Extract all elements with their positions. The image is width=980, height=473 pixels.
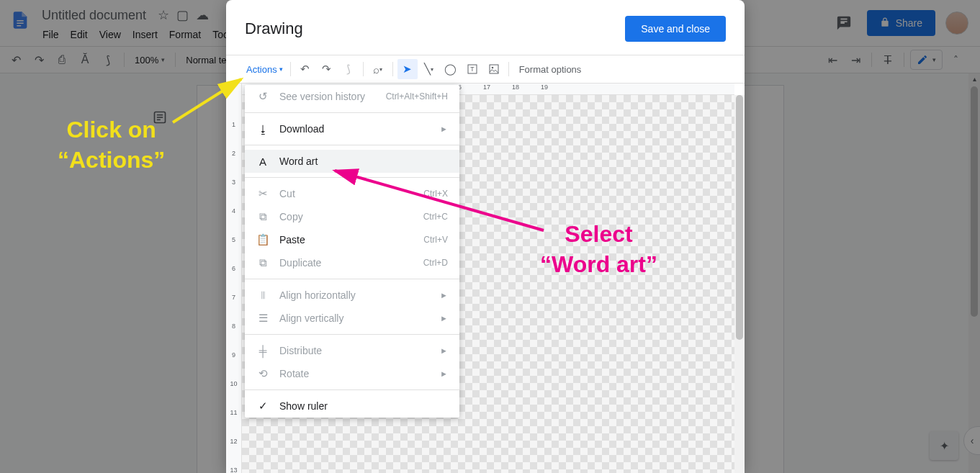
svg-rect-0 <box>17 20 23 22</box>
indent-increase-icon[interactable]: ⇥ <box>845 50 866 70</box>
paint-format-icon[interactable]: ⟆ <box>98 50 118 70</box>
menu-item-label: Show ruler <box>279 400 448 412</box>
menu-item-label: Align horizontally <box>279 289 430 301</box>
menu-view[interactable]: View <box>94 26 126 43</box>
menu-item-label: Word art <box>279 156 448 167</box>
download-icon: ⭳ <box>256 122 269 135</box>
svg-rect-2 <box>17 25 21 27</box>
shape-tool-icon[interactable]: ◯ <box>441 59 461 79</box>
clear-formatting-icon[interactable]: T̶ <box>878 50 898 70</box>
menu-format[interactable]: Format <box>164 26 206 43</box>
menu-item-label: Cut <box>279 188 413 199</box>
cut-icon: ✂ <box>256 187 269 200</box>
menu-item-label: Copy <box>279 211 413 222</box>
shortcut-label: Ctrl+C <box>423 212 448 222</box>
lock-icon <box>880 17 890 30</box>
paste-icon: 📋 <box>256 233 269 246</box>
docs-logo-icon[interactable] <box>6 6 35 35</box>
indent-decrease-icon[interactable]: ⇤ <box>822 50 842 70</box>
check-icon <box>256 400 269 413</box>
drawing-undo-icon[interactable]: ↶ <box>295 59 315 79</box>
zoom-select[interactable]: 100% <box>130 55 169 66</box>
actions-item-copy: ⧉CopyCtrl+C <box>245 205 459 228</box>
undo-icon[interactable]: ↶ <box>6 50 26 70</box>
comment-history-icon[interactable] <box>831 10 857 36</box>
align-h-icon: ⫴ <box>256 289 269 302</box>
share-label: Share <box>896 17 922 29</box>
actions-item-word-art[interactable]: AWord art <box>245 150 459 173</box>
submenu-arrow-icon: ► <box>440 125 448 133</box>
menu-file[interactable]: File <box>37 26 64 43</box>
move-icon[interactable]: ▢ <box>176 7 189 23</box>
ruler-vertical: 123 456 789 101112 1314 <box>226 84 242 473</box>
duplicate-icon: ⧉ <box>256 256 269 269</box>
share-button[interactable]: Share <box>867 10 935 36</box>
menu-insert[interactable]: Insert <box>127 26 163 43</box>
account-avatar[interactable] <box>945 12 968 35</box>
actions-dropdown: ↺See version historyCtrl+Alt+Shift+H⭳Dow… <box>245 85 459 418</box>
shortcut-label: Ctrl+X <box>423 189 448 199</box>
actions-item-align-horizontally: ⫴Align horizontally► <box>245 284 459 307</box>
menu-item-label: Duplicate <box>279 257 413 269</box>
editing-mode-button[interactable] <box>910 50 943 70</box>
image-tool-icon[interactable] <box>484 59 504 79</box>
history-icon: ↺ <box>256 90 269 103</box>
actions-item-cut: ✂CutCtrl+X <box>245 182 459 205</box>
format-options-button[interactable]: Format options <box>513 64 588 75</box>
modal-title: Drawing <box>245 19 303 38</box>
wordart-icon: A <box>256 155 269 168</box>
shortcut-label: Ctrl+V <box>423 235 448 245</box>
redo-icon[interactable]: ↷ <box>29 50 49 70</box>
distribute-icon: ╪ <box>256 344 269 357</box>
save-and-close-button[interactable]: Save and close <box>625 16 726 42</box>
menu-item-label: Download <box>279 123 430 135</box>
doc-title[interactable]: Untitled document <box>37 6 150 24</box>
spellcheck-icon[interactable]: Ă <box>75 50 95 70</box>
actions-item-paste[interactable]: 📋PasteCtrl+V <box>245 228 459 251</box>
shortcut-label: Ctrl+D <box>423 258 448 268</box>
svg-rect-1 <box>17 23 23 24</box>
cloud-status-icon[interactable]: ☁ <box>196 7 209 23</box>
drawing-toolbar: Actions ↶ ↷ ⟆ ⌕▾ ➤ ╲▾ ◯ T Format options <box>226 55 745 84</box>
menu-item-label: Rotate <box>279 368 430 379</box>
textbox-tool-icon[interactable]: T <box>462 59 482 79</box>
shortcut-label: Ctrl+Alt+Shift+H <box>386 91 448 102</box>
zoom-icon[interactable]: ⌕▾ <box>368 59 388 79</box>
submenu-arrow-icon: ► <box>440 314 448 323</box>
actions-item-download[interactable]: ⭳Download► <box>245 117 459 140</box>
drawing-paint-format-icon[interactable]: ⟆ <box>338 59 359 79</box>
copy-icon: ⧉ <box>256 210 269 223</box>
menu-item-label: Distribute <box>279 345 430 356</box>
drawing-redo-icon[interactable]: ↷ <box>317 59 337 79</box>
menu-item-label: Align vertically <box>279 312 430 324</box>
doc-scrollbar-v[interactable] <box>968 73 980 473</box>
outline-toggle-icon[interactable] <box>147 104 173 130</box>
collapse-toolbar-icon[interactable]: ˄ <box>945 50 966 70</box>
actions-menu-button[interactable]: Actions <box>243 61 286 78</box>
menu-edit[interactable]: Edit <box>66 26 93 43</box>
drawing-scrollbar-v[interactable] <box>734 95 745 473</box>
explore-button[interactable]: ✦ <box>930 431 958 460</box>
actions-item-distribute: ╪Distribute► <box>245 339 459 362</box>
line-tool-icon[interactable]: ╲▾ <box>419 59 439 79</box>
actions-item-align-vertically: ☰Align vertically► <box>245 307 459 330</box>
rotate-icon: ⟲ <box>256 367 269 380</box>
star-icon[interactable]: ☆ <box>158 7 169 23</box>
svg-text:T: T <box>470 66 475 73</box>
submenu-arrow-icon: ► <box>440 369 448 378</box>
svg-point-10 <box>491 67 493 69</box>
submenu-arrow-icon: ► <box>440 291 448 299</box>
actions-item-rotate: ⟲Rotate► <box>245 362 459 385</box>
actions-item-duplicate: ⧉DuplicateCtrl+D <box>245 251 459 274</box>
actions-item-show-ruler[interactable]: Show ruler <box>245 395 459 418</box>
print-icon[interactable]: ⎙ <box>52 50 72 70</box>
align-v-icon: ☰ <box>256 312 269 325</box>
actions-item-see-version-history: ↺See version historyCtrl+Alt+Shift+H <box>245 85 459 108</box>
menu-item-label: Paste <box>279 234 413 245</box>
select-tool-icon[interactable]: ➤ <box>397 59 418 79</box>
submenu-arrow-icon: ► <box>440 346 448 355</box>
menu-item-label: See version history <box>279 91 376 102</box>
